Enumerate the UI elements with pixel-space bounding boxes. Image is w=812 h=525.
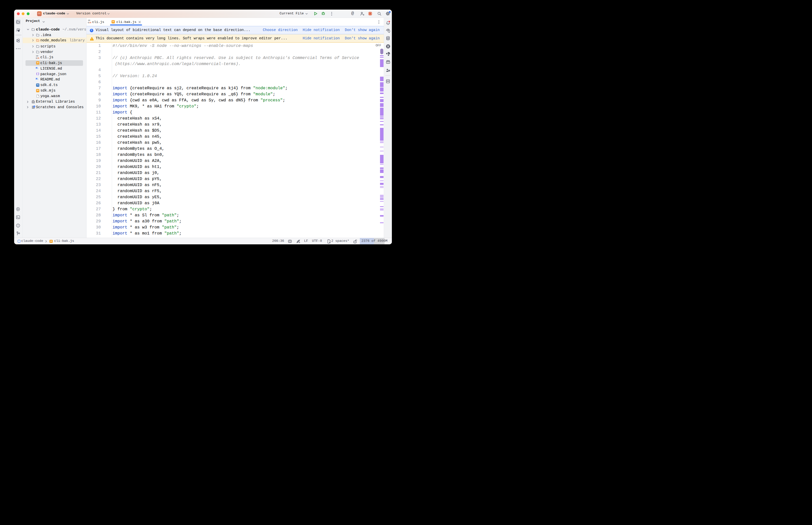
svg-text:?: ?: [18, 30, 19, 31]
